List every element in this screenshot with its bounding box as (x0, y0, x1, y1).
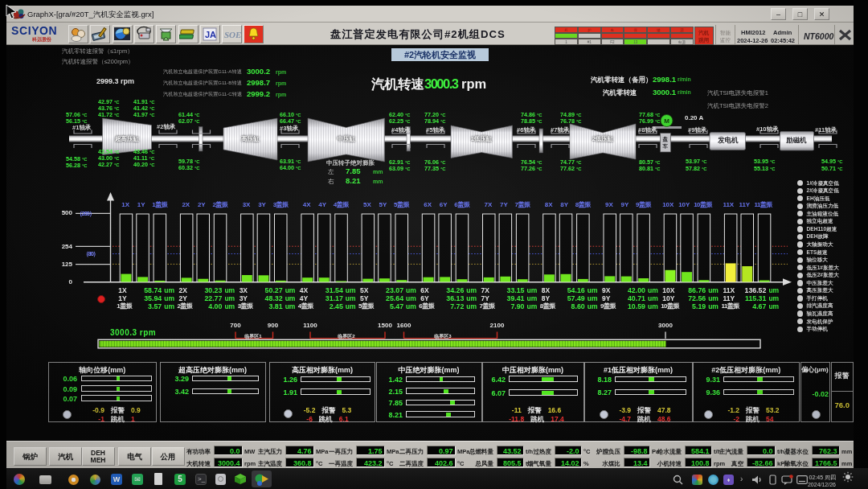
svg-text:SOE: SOE (224, 30, 241, 39)
svg-text:JA: JA (205, 30, 216, 39)
